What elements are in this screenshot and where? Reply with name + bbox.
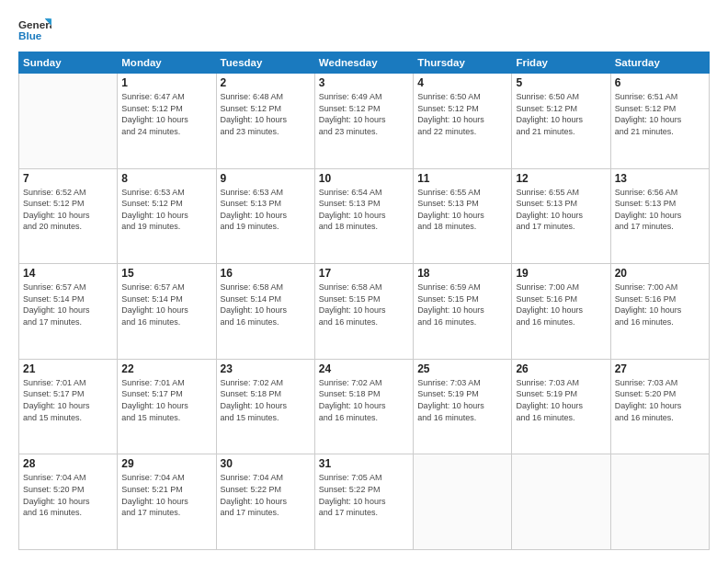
day-info: Sunrise: 7:02 AM Sunset: 5:18 PM Dayligh… — [319, 377, 409, 423]
week-row-1: 1Sunrise: 6:47 AM Sunset: 5:12 PM Daylig… — [19, 74, 710, 169]
day-cell: 3Sunrise: 6:49 AM Sunset: 5:12 PM Daylig… — [314, 74, 413, 169]
day-cell: 27Sunrise: 7:03 AM Sunset: 5:20 PM Dayli… — [610, 359, 709, 454]
weekday-header-row: SundayMondayTuesdayWednesdayThursdayFrid… — [19, 52, 710, 74]
day-cell — [610, 454, 709, 550]
day-number: 25 — [417, 362, 507, 375]
day-info: Sunrise: 6:52 AM Sunset: 5:12 PM Dayligh… — [23, 187, 113, 233]
day-info: Sunrise: 7:03 AM Sunset: 5:19 PM Dayligh… — [516, 377, 606, 423]
day-number: 24 — [319, 362, 409, 375]
day-info: Sunrise: 6:53 AM Sunset: 5:12 PM Dayligh… — [121, 187, 211, 233]
day-cell: 22Sunrise: 7:01 AM Sunset: 5:17 PM Dayli… — [118, 359, 216, 454]
day-cell — [19, 74, 118, 169]
day-cell: 9Sunrise: 6:53 AM Sunset: 5:13 PM Daylig… — [216, 168, 314, 264]
day-info: Sunrise: 6:53 AM Sunset: 5:13 PM Dayligh… — [221, 187, 311, 233]
day-number: 12 — [516, 172, 606, 185]
weekday-header-friday: Friday — [512, 52, 610, 74]
day-cell: 26Sunrise: 7:03 AM Sunset: 5:19 PM Dayli… — [512, 359, 610, 454]
svg-text:Blue: Blue — [18, 29, 42, 41]
day-number: 10 — [319, 172, 409, 185]
header: General Blue — [18, 17, 710, 42]
weekday-header-thursday: Thursday — [414, 52, 512, 74]
day-info: Sunrise: 7:04 AM Sunset: 5:21 PM Dayligh… — [121, 472, 211, 518]
day-cell — [512, 454, 610, 550]
day-number: 8 — [121, 172, 211, 185]
day-cell: 25Sunrise: 7:03 AM Sunset: 5:19 PM Dayli… — [414, 359, 512, 454]
week-row-3: 14Sunrise: 6:57 AM Sunset: 5:14 PM Dayli… — [19, 264, 710, 360]
day-number: 15 — [121, 267, 211, 280]
day-cell — [414, 454, 512, 550]
day-number: 13 — [615, 172, 705, 185]
day-number: 20 — [615, 267, 705, 280]
day-cell: 10Sunrise: 6:54 AM Sunset: 5:13 PM Dayli… — [314, 168, 413, 264]
weekday-header-saturday: Saturday — [610, 52, 709, 74]
day-info: Sunrise: 6:54 AM Sunset: 5:13 PM Dayligh… — [319, 187, 409, 233]
day-cell: 17Sunrise: 6:58 AM Sunset: 5:15 PM Dayli… — [314, 264, 413, 360]
day-info: Sunrise: 6:58 AM Sunset: 5:14 PM Dayligh… — [221, 282, 311, 327]
day-number: 11 — [417, 172, 507, 185]
day-cell: 24Sunrise: 7:02 AM Sunset: 5:18 PM Dayli… — [314, 359, 413, 454]
day-number: 27 — [615, 362, 705, 375]
logo: General Blue — [18, 17, 57, 42]
day-cell: 28Sunrise: 7:04 AM Sunset: 5:20 PM Dayli… — [19, 454, 118, 550]
day-info: Sunrise: 6:51 AM Sunset: 5:12 PM Dayligh… — [615, 91, 705, 137]
day-number: 19 — [516, 267, 606, 280]
day-number: 4 — [417, 76, 507, 89]
day-number: 2 — [221, 76, 311, 89]
week-row-2: 7Sunrise: 6:52 AM Sunset: 5:12 PM Daylig… — [19, 168, 710, 264]
day-info: Sunrise: 6:50 AM Sunset: 5:12 PM Dayligh… — [516, 91, 606, 137]
day-cell: 8Sunrise: 6:53 AM Sunset: 5:12 PM Daylig… — [118, 168, 216, 264]
day-number: 5 — [516, 76, 606, 89]
day-cell: 23Sunrise: 7:02 AM Sunset: 5:18 PM Dayli… — [216, 359, 314, 454]
day-cell: 14Sunrise: 6:57 AM Sunset: 5:14 PM Dayli… — [19, 264, 118, 360]
day-number: 9 — [221, 172, 311, 185]
weekday-header-tuesday: Tuesday — [216, 52, 314, 74]
week-row-5: 28Sunrise: 7:04 AM Sunset: 5:20 PM Dayli… — [19, 454, 710, 550]
day-info: Sunrise: 6:56 AM Sunset: 5:13 PM Dayligh… — [615, 187, 705, 233]
weekday-header-monday: Monday — [118, 52, 216, 74]
day-info: Sunrise: 6:59 AM Sunset: 5:15 PM Dayligh… — [417, 282, 507, 327]
day-cell: 16Sunrise: 6:58 AM Sunset: 5:14 PM Dayli… — [216, 264, 314, 360]
day-info: Sunrise: 7:05 AM Sunset: 5:22 PM Dayligh… — [319, 472, 409, 518]
day-cell: 1Sunrise: 6:47 AM Sunset: 5:12 PM Daylig… — [118, 74, 216, 169]
day-info: Sunrise: 7:03 AM Sunset: 5:20 PM Dayligh… — [615, 377, 705, 423]
day-info: Sunrise: 7:01 AM Sunset: 5:17 PM Dayligh… — [23, 377, 113, 423]
day-number: 7 — [23, 172, 113, 185]
day-info: Sunrise: 6:58 AM Sunset: 5:15 PM Dayligh… — [319, 282, 409, 327]
day-cell: 4Sunrise: 6:50 AM Sunset: 5:12 PM Daylig… — [414, 74, 512, 169]
day-info: Sunrise: 6:50 AM Sunset: 5:12 PM Dayligh… — [417, 91, 507, 137]
day-number: 6 — [615, 76, 705, 89]
logo-icon: General Blue — [18, 17, 51, 42]
day-info: Sunrise: 6:57 AM Sunset: 5:14 PM Dayligh… — [121, 282, 211, 327]
day-info: Sunrise: 6:55 AM Sunset: 5:13 PM Dayligh… — [417, 187, 507, 233]
day-cell: 15Sunrise: 6:57 AM Sunset: 5:14 PM Dayli… — [118, 264, 216, 360]
calendar-page: General Blue SundayMondayTuesdayWednesda… — [0, 0, 728, 563]
day-info: Sunrise: 6:47 AM Sunset: 5:12 PM Dayligh… — [121, 91, 211, 137]
day-cell: 31Sunrise: 7:05 AM Sunset: 5:22 PM Dayli… — [314, 454, 413, 550]
weekday-header-sunday: Sunday — [19, 52, 118, 74]
day-number: 21 — [23, 362, 113, 375]
day-number: 30 — [221, 457, 311, 470]
weekday-header-wednesday: Wednesday — [314, 52, 413, 74]
day-cell: 18Sunrise: 6:59 AM Sunset: 5:15 PM Dayli… — [414, 264, 512, 360]
day-cell: 13Sunrise: 6:56 AM Sunset: 5:13 PM Dayli… — [610, 168, 709, 264]
day-number: 16 — [221, 267, 311, 280]
day-cell: 21Sunrise: 7:01 AM Sunset: 5:17 PM Dayli… — [19, 359, 118, 454]
day-info: Sunrise: 7:04 AM Sunset: 5:22 PM Dayligh… — [221, 472, 311, 518]
day-info: Sunrise: 6:48 AM Sunset: 5:12 PM Dayligh… — [221, 91, 311, 137]
day-info: Sunrise: 6:49 AM Sunset: 5:12 PM Dayligh… — [319, 91, 409, 137]
day-cell: 2Sunrise: 6:48 AM Sunset: 5:12 PM Daylig… — [216, 74, 314, 169]
week-row-4: 21Sunrise: 7:01 AM Sunset: 5:17 PM Dayli… — [19, 359, 710, 454]
day-info: Sunrise: 7:00 AM Sunset: 5:16 PM Dayligh… — [516, 282, 606, 327]
day-info: Sunrise: 7:03 AM Sunset: 5:19 PM Dayligh… — [417, 377, 507, 423]
day-cell: 20Sunrise: 7:00 AM Sunset: 5:16 PM Dayli… — [610, 264, 709, 360]
day-number: 17 — [319, 267, 409, 280]
day-number: 26 — [516, 362, 606, 375]
day-cell: 30Sunrise: 7:04 AM Sunset: 5:22 PM Dayli… — [216, 454, 314, 550]
day-cell: 29Sunrise: 7:04 AM Sunset: 5:21 PM Dayli… — [118, 454, 216, 550]
day-number: 29 — [121, 457, 211, 470]
day-number: 18 — [417, 267, 507, 280]
day-number: 22 — [121, 362, 211, 375]
calendar-table: SundayMondayTuesdayWednesdayThursdayFrid… — [18, 52, 710, 550]
day-number: 3 — [319, 76, 409, 89]
day-info: Sunrise: 6:55 AM Sunset: 5:13 PM Dayligh… — [516, 187, 606, 233]
